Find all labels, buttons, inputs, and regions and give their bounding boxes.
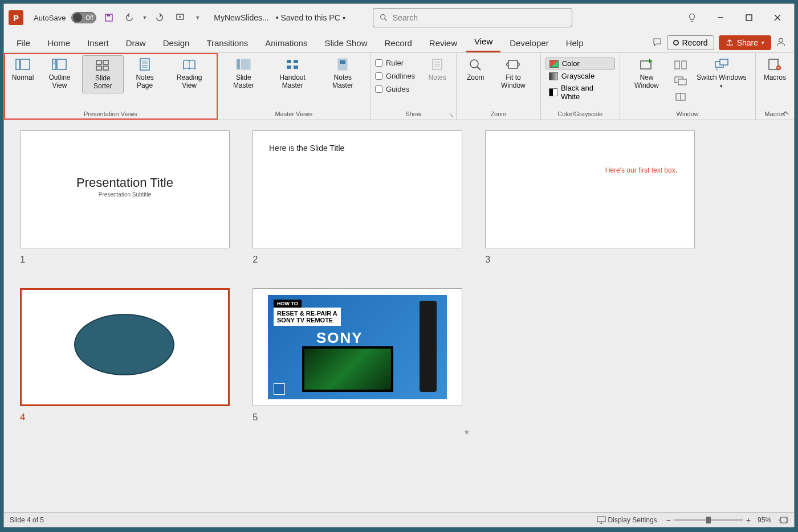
arrange-all-button[interactable] [672, 58, 689, 72]
gridlines-checkbox[interactable]: Gridlines [375, 71, 415, 81]
help-lightbulb-icon[interactable] [680, 9, 704, 27]
group-presentation-views: Normal Outline View Slide Sorter Notes P… [4, 53, 218, 120]
notes-icon [429, 58, 445, 71]
display-icon [597, 516, 606, 524]
svg-rect-26 [241, 59, 250, 69]
slide-thumbnail-1[interactable]: Presentation Title Presentation Subtitle… [20, 130, 230, 265]
zoom-out-button[interactable]: − [666, 515, 671, 525]
redo-button[interactable] [152, 10, 168, 26]
show-launcher-icon[interactable]: ⤡ [449, 112, 454, 118]
normal-view-button[interactable]: Normal [9, 55, 37, 93]
fit-screen-button[interactable] [779, 516, 788, 524]
svg-rect-6 [746, 15, 752, 21]
ribbon: Normal Outline View Slide Sorter Notes P… [4, 53, 794, 120]
maximize-button[interactable] [737, 9, 761, 27]
black-white-button[interactable]: Black and White [545, 83, 615, 102]
tab-insert[interactable]: Insert [79, 34, 117, 52]
zoom-button[interactable]: Zoom [461, 55, 490, 92]
save-status[interactable]: • Saved to this PC ▾ [276, 13, 345, 22]
tab-design[interactable]: Design [155, 34, 198, 52]
search-box[interactable] [373, 8, 572, 27]
svg-rect-43 [675, 61, 679, 69]
move-split-button[interactable] [672, 89, 689, 104]
slide-thumbnail-3[interactable]: Here's our first text box. 3 [485, 130, 695, 265]
qat-dropdown-icon[interactable]: ▼ [195, 15, 200, 21]
close-button[interactable] [766, 9, 789, 27]
tab-transitions[interactable]: Transitions [198, 34, 256, 52]
animation-indicator-icon: ✶ [463, 428, 470, 437]
svg-rect-50 [720, 59, 728, 65]
color-button[interactable]: Color [545, 58, 615, 69]
macros-icon [767, 58, 783, 71]
record-button[interactable]: Record [667, 35, 714, 50]
normal-view-icon [15, 58, 31, 71]
zoom-in-button[interactable]: + [746, 515, 751, 525]
notes-button[interactable]: Notes [423, 55, 451, 95]
tab-record[interactable]: Record [376, 34, 420, 52]
filename[interactable]: MyNewSlides... [214, 13, 268, 22]
display-settings-button[interactable]: Display Settings [597, 516, 657, 524]
grayscale-button[interactable]: Grayscale [545, 71, 615, 81]
slide-master-icon [235, 58, 251, 71]
switch-windows-button[interactable]: Switch Windows ▾ [693, 55, 751, 104]
tab-file[interactable]: File [9, 34, 38, 52]
slide-sorter-canvas[interactable]: Presentation Title Presentation Subtitle… [4, 120, 794, 512]
ribbon-tabs: File Home Insert Draw Design Transitions… [4, 31, 794, 53]
fit-window-icon [505, 58, 521, 71]
svg-point-37 [470, 60, 478, 68]
zoom-percent[interactable]: 95% [758, 516, 771, 524]
slide-thumbnail-4[interactable]: 4 [20, 288, 230, 423]
tab-draw[interactable]: Draw [118, 34, 154, 52]
minimize-button[interactable] [709, 9, 732, 27]
svg-point-9 [779, 38, 783, 42]
tab-slideshow[interactable]: Slide Show [316, 34, 375, 52]
tab-help[interactable]: Help [558, 34, 592, 52]
reading-view-button[interactable]: Reading View [166, 55, 213, 93]
cascade-button[interactable] [672, 73, 689, 88]
group-window: New Window Switch Windows ▾ Window [620, 53, 756, 120]
slide-counter[interactable]: Slide 4 of 5 [10, 516, 44, 524]
tab-animations[interactable]: Animations [257, 34, 315, 52]
outline-view-button[interactable]: Outline View [38, 55, 81, 93]
svg-rect-46 [678, 79, 686, 85]
app-icon: P [9, 10, 23, 25]
undo-dropdown-icon[interactable]: ▼ [142, 15, 147, 21]
share-button[interactable]: Share ▾ [719, 35, 771, 50]
new-window-button[interactable]: New Window [625, 55, 669, 104]
handout-master-button[interactable]: Handout Master [266, 55, 319, 92]
zoom-slider[interactable] [674, 519, 743, 521]
notes-master-button[interactable]: Notes Master [320, 55, 365, 92]
slide-sorter-button[interactable]: Slide Sorter [82, 55, 124, 93]
svg-rect-19 [103, 66, 108, 70]
undo-button[interactable] [121, 10, 137, 26]
tab-view[interactable]: View [466, 32, 500, 52]
comments-button[interactable] [649, 34, 666, 50]
tab-developer[interactable]: Developer [502, 34, 556, 52]
notes-page-button[interactable]: Notes Page [125, 55, 165, 93]
fit-to-window-button[interactable]: Fit to Window [491, 55, 535, 92]
svg-rect-29 [287, 66, 291, 69]
logo-badge [274, 383, 285, 395]
handout-master-icon [284, 58, 300, 71]
tab-review[interactable]: Review [421, 34, 465, 52]
search-input[interactable] [393, 13, 566, 22]
reading-view-icon [181, 58, 197, 71]
collapse-ribbon-button[interactable] [781, 109, 789, 117]
svg-rect-27 [287, 60, 291, 63]
svg-rect-21 [142, 60, 148, 64]
save-button[interactable] [101, 10, 117, 26]
autosave-toggle[interactable]: Off [71, 12, 96, 23]
macros-button[interactable]: Macros [760, 55, 789, 84]
zoom-control: − + 95% [666, 515, 788, 525]
ruler-checkbox[interactable]: Ruler [375, 58, 415, 68]
slide-thumbnail-5[interactable]: HOW TO RESET & RE-PAIR ASONY TV REMOTE S… [253, 288, 462, 423]
share-icon [726, 39, 734, 47]
present-from-start-button[interactable] [172, 10, 188, 26]
slide-thumbnail-2[interactable]: Here is the Slide Title 2 [253, 130, 462, 265]
tab-home[interactable]: Home [39, 34, 78, 52]
guides-checkbox[interactable]: Guides [375, 84, 415, 95]
slide-master-button[interactable]: Slide Master [222, 55, 265, 92]
svg-rect-44 [682, 61, 686, 69]
status-bar: Slide 4 of 5 Display Settings − + 95% [4, 512, 794, 527]
account-button[interactable] [772, 34, 789, 50]
